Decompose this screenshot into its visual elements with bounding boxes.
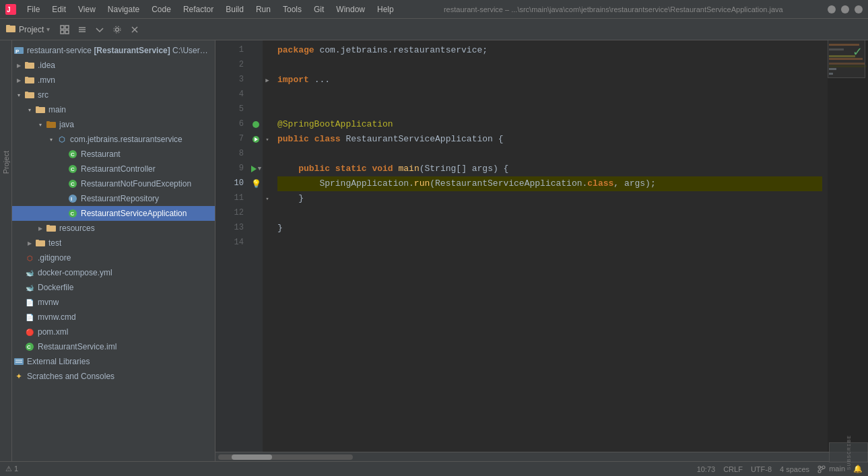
git-branch[interactable]: main: [817, 465, 845, 473]
close-button[interactable]: ✕: [855, 5, 863, 13]
expand-arrow: [57, 193, 67, 204]
left-tool-panel: Project: [0, 40, 12, 461]
expand-arrow: ▶: [24, 238, 35, 248]
indent-settings[interactable]: 4 spaces: [780, 465, 809, 473]
cursor-position[interactable]: 10:73: [697, 465, 716, 473]
file-path: restaurant-service – ...\src\main\java\c…: [399, 5, 828, 13]
project-tree[interactable]: ▾ P restaurant-service [RestaurantServic…: [0, 40, 215, 461]
tree-item-external-libraries[interactable]: ▶ External Libraries: [0, 354, 215, 369]
minimize-button[interactable]: ─: [828, 5, 836, 13]
fold-import-icon[interactable]: ▶: [265, 77, 269, 84]
svg-text:C: C: [71, 211, 75, 217]
tree-item-resources[interactable]: ▶ resources: [0, 221, 215, 236]
tree-item-docker-compose[interactable]: 🐋 docker-compose.yml: [0, 265, 215, 280]
external-libraries-icon: [13, 356, 24, 367]
code-editor[interactable]: 1 2 3 4 5 6 7 8 9 10 11 12 13 14: [215, 40, 868, 452]
menu-window[interactable]: Window: [331, 3, 370, 15]
svg-text:J: J: [7, 6, 11, 13]
menu-tools[interactable]: Tools: [277, 3, 307, 15]
svg-point-33: [69, 195, 77, 203]
menu-refactor[interactable]: Refactor: [178, 3, 219, 15]
tree-item-java[interactable]: ▾ java: [0, 117, 215, 132]
scroll-thumb[interactable]: [232, 454, 272, 460]
svg-rect-26: [46, 121, 50, 123]
menu-run[interactable]: Run: [251, 3, 276, 15]
minimap[interactable]: SUBSCRIBE: [828, 40, 868, 452]
tree-item-mvnw[interactable]: 📄 mvnw: [0, 295, 215, 310]
editor-gutter: ▼ 💡: [249, 40, 263, 452]
menu-help[interactable]: Help: [372, 3, 399, 15]
tree-item-restaurant-service[interactable]: ▾ P restaurant-service [RestaurantServic…: [0, 43, 215, 58]
tree-item-scratches[interactable]: ▶ ✦ Scratches and Consoles: [0, 369, 215, 384]
tree-label: docker-compose.yml: [38, 268, 112, 277]
menu-build[interactable]: Build: [220, 3, 249, 15]
main-class-icon: C: [67, 208, 78, 219]
tree-item-src[interactable]: ▾ src: [0, 88, 215, 102]
tree-item-repository[interactable]: I RestaurantRepository: [0, 191, 215, 206]
expand-all-icon[interactable]: [92, 22, 108, 38]
code-line-14: [277, 236, 822, 250]
tree-item-pom-xml[interactable]: 🔴 pom.xml: [0, 325, 215, 339]
tree-item-mvn[interactable]: ▶ .mvn: [0, 73, 215, 88]
tree-item-package[interactable]: ▾ ⬡ com.jetbrains.restaurantservice: [0, 132, 215, 147]
tree-item-mvnw-cmd[interactable]: 📄 mvnw.cmd: [0, 310, 215, 325]
tree-item-restaurant[interactable]: C Restaurant: [0, 147, 215, 162]
menu-git[interactable]: Git: [308, 3, 329, 15]
titlebar: J File Edit View Navigate Code Refactor …: [0, 0, 868, 19]
tree-item-service-application[interactable]: C RestaurantServiceApplication: [0, 206, 215, 221]
fold-class-icon[interactable]: ▾: [265, 136, 269, 143]
expand-arrow: [57, 178, 67, 189]
tree-label: RestaurantRepository: [81, 194, 159, 203]
project-tab-label[interactable]: Project: [1, 148, 11, 176]
expand-arrow: ▾: [46, 134, 57, 145]
main-folder-icon: [35, 104, 46, 115]
expand-arrow: ▾: [24, 104, 35, 115]
tree-item-gitignore[interactable]: ⬡ .gitignore: [0, 250, 215, 265]
maximize-button[interactable]: □: [841, 5, 849, 13]
tree-item-iml[interactable]: C RestaurantService.iml: [0, 339, 215, 354]
notifications-icon[interactable]: 🔔: [853, 465, 863, 473]
svg-rect-22: [25, 92, 28, 94]
run-gutter-icon[interactable]: [251, 165, 257, 173]
tree-item-controller[interactable]: C RestaurantController: [0, 162, 215, 176]
expand-arrow: [57, 208, 67, 219]
tree-item-idea[interactable]: ▶ .idea: [0, 58, 215, 73]
project-selector[interactable]: Project ▾: [3, 23, 53, 36]
settings-icon[interactable]: [109, 22, 125, 38]
tree-label: test: [48, 238, 61, 248]
file-encoding[interactable]: UTF-8: [751, 465, 772, 473]
tree-item-dockerfile[interactable]: 🐋 Dockerfile: [0, 280, 215, 295]
expand-arrow: [13, 341, 24, 352]
menu-file[interactable]: File: [22, 3, 45, 15]
tree-label: restaurant-service [RestaurantService] C…: [27, 46, 209, 55]
menu-edit[interactable]: Edit: [46, 3, 71, 15]
horizontal-scrollbar[interactable]: [215, 452, 868, 461]
code-content-area[interactable]: package com.jetbrains.restaurantservice;…: [272, 40, 828, 452]
statusbar-warnings[interactable]: ⚠ 1: [5, 465, 18, 473]
line-separator[interactable]: CRLF: [723, 465, 743, 473]
tree-label: mvnw.cmd: [38, 312, 76, 322]
menu-navigate[interactable]: Navigate: [102, 3, 145, 15]
app-logo: J: [5, 4, 16, 15]
svg-text:C: C: [71, 181, 75, 187]
package-icon: ⬡: [57, 134, 67, 145]
tree-label: main: [48, 105, 66, 114]
fold-method-icon[interactable]: ▾: [265, 195, 269, 203]
collapse-all-icon[interactable]: [74, 22, 90, 38]
tree-item-not-found-exception[interactable]: C RestaurantNotFoundException: [0, 176, 215, 191]
layout-icon[interactable]: [57, 22, 73, 38]
tree-label: .mvn: [38, 75, 55, 85]
code-line-3: import ...: [277, 73, 822, 88]
svg-point-51: [818, 470, 821, 473]
tree-item-test[interactable]: ▶ test: [0, 236, 215, 250]
folder-icon: [24, 75, 35, 86]
svg-point-46: [253, 121, 259, 128]
project-folder-icon: [5, 23, 16, 36]
expand-arrow: [57, 164, 67, 174]
tree-item-main[interactable]: ▾ main: [0, 102, 215, 117]
code-line-4: [277, 88, 822, 102]
menu-view[interactable]: View: [73, 3, 101, 15]
svg-rect-38: [46, 225, 50, 227]
close-panel-icon[interactable]: [127, 22, 143, 38]
menu-code[interactable]: Code: [146, 3, 176, 15]
